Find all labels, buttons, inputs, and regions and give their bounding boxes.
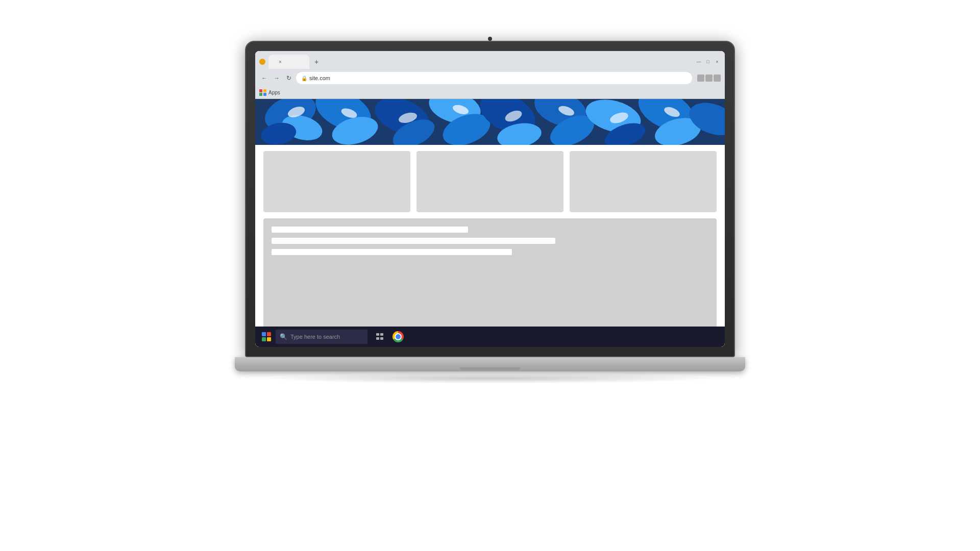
taskbar-icons (372, 329, 406, 345)
menu-dot-1 (697, 74, 704, 82)
taskbar-search-box[interactable]: 🔍 Type here to search (276, 330, 368, 344)
screen-content: × + — □ × ← → ↻ (255, 51, 725, 347)
chrome-icon (393, 331, 404, 342)
svg-rect-29 (376, 337, 379, 340)
chrome-taskbar-icon[interactable] (390, 329, 406, 345)
browser-menu[interactable] (697, 74, 721, 82)
minimize-button[interactable]: — (695, 58, 702, 65)
camera (488, 37, 492, 41)
apps-label[interactable]: Apps (268, 90, 280, 95)
url-text: site.com (309, 75, 330, 81)
search-icon: 🔍 (280, 333, 287, 340)
task-view-button[interactable] (372, 329, 388, 345)
browser-tab[interactable]: × (268, 55, 309, 69)
forward-button[interactable]: → (272, 73, 282, 83)
window-controls: — □ × (695, 58, 721, 65)
hero-banner (255, 99, 725, 145)
content-line-1 (272, 227, 468, 233)
bookmarks-bar: Apps (255, 87, 725, 99)
content-line-3 (272, 249, 512, 255)
tab-bar: × + — □ × (255, 51, 725, 69)
website-content (255, 99, 725, 347)
search-placeholder-text: Type here to search (290, 334, 340, 340)
content-section (263, 218, 717, 341)
laptop-base (235, 357, 745, 371)
svg-rect-27 (376, 333, 379, 336)
trackpad-notch (459, 367, 521, 370)
address-bar-row: ← → ↻ 🔒 site.com (255, 69, 725, 87)
menu-dot-2 (705, 74, 713, 82)
menu-dot-3 (714, 74, 721, 82)
screen-bezel: × + — □ × ← → ↻ (255, 51, 725, 347)
windows-logo-icon (262, 332, 271, 341)
svg-rect-30 (380, 337, 383, 340)
apps-grid-icon (259, 89, 266, 96)
maximize-button[interactable]: □ (704, 58, 712, 65)
laptop-mockup: × + — □ × ← → ↻ (222, 41, 758, 510)
cards-row (255, 145, 725, 218)
card-3 (570, 151, 717, 212)
card-1 (263, 151, 410, 212)
lock-icon: 🔒 (301, 76, 307, 81)
address-bar[interactable]: 🔒 site.com (296, 72, 692, 84)
tab-close-button[interactable]: × (279, 59, 282, 65)
laptop-lid: × + — □ × ← → ↻ (245, 41, 735, 357)
start-button[interactable] (257, 328, 276, 346)
svg-rect-28 (380, 333, 383, 336)
tab-favicon (259, 59, 265, 65)
content-line-2 (272, 238, 555, 244)
browser-chrome: × + — □ × ← → ↻ (255, 51, 725, 99)
card-2 (416, 151, 564, 212)
new-tab-button[interactable]: + (311, 57, 322, 67)
back-button[interactable]: ← (259, 73, 270, 83)
refresh-button[interactable]: ↻ (284, 73, 294, 83)
hero-pattern (255, 99, 725, 145)
taskbar: 🔍 Type here to search (255, 327, 725, 347)
close-button[interactable]: × (714, 58, 721, 65)
laptop-shadow (260, 373, 720, 384)
